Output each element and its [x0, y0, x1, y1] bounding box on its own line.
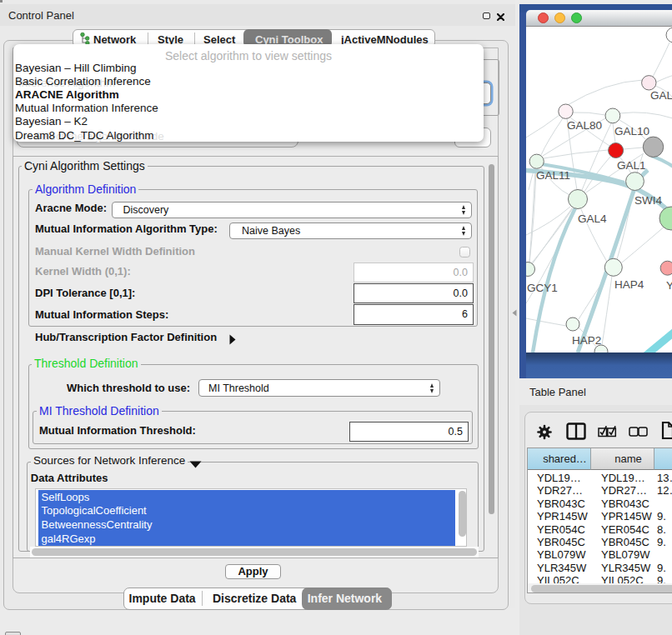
svg-text:GAL10: GAL10	[614, 125, 649, 138]
svg-text:Y: Y	[666, 279, 672, 292]
svg-text:GAL4: GAL4	[578, 212, 607, 225]
svg-text:GAL1: GAL1	[617, 159, 646, 172]
svg-text:GAL80: GAL80	[567, 119, 602, 132]
svg-text:HAP2: HAP2	[572, 334, 601, 347]
svg-text:HAP4: HAP4	[614, 278, 644, 291]
svg-text:GCY1: GCY1	[527, 282, 558, 294]
svg-text:SWI4: SWI4	[634, 194, 662, 207]
svg-text:GAL7: GAL7	[650, 89, 672, 102]
svg-text:GAL11: GAL11	[536, 169, 570, 182]
